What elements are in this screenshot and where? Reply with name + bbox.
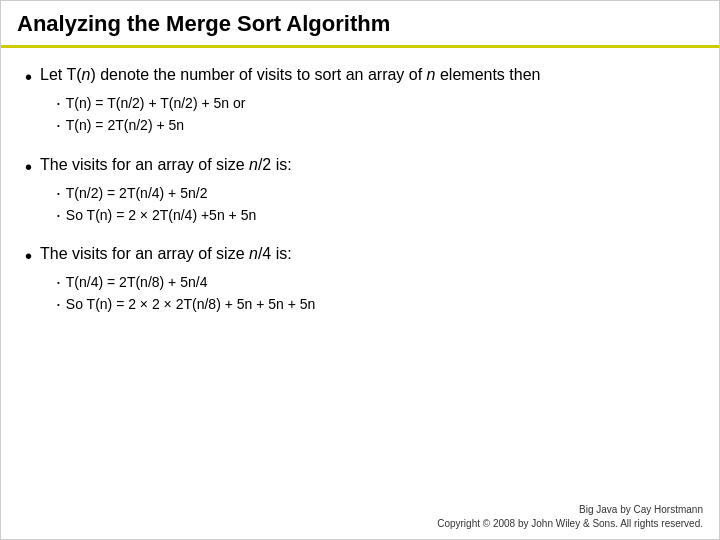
main-bullet-1: • Let T(n) denote the number of visits t… [25,64,695,89]
sub-bullet-2-1: • T(n/2) = 2T(n/4) + 5n/2 [57,183,695,203]
bullet-section-2: • The visits for an array of size n/2 is… [25,154,695,226]
sub-bullet-dot-2-2: • [57,210,60,222]
slide-footer: Big Java by Cay Horstmann Copyright © 20… [1,499,719,539]
sub-bullets-3: • T(n/4) = 2T(n/8) + 5n/4 • So T(n) = 2 … [57,272,695,315]
sub-bullet-text-2-2: So T(n) = 2 × 2T(n/4) +5n + 5n [66,205,256,225]
footer-line1: Big Java by Cay Horstmann [17,503,703,517]
slide-container: Analyzing the Merge Sort Algorithm • Let… [0,0,720,540]
main-bullet-text-2: The visits for an array of size n/2 is: [40,154,292,176]
sub-bullet-text-3-2: So T(n) = 2 × 2 × 2T(n/8) + 5n + 5n + 5n [66,294,316,314]
slide-title: Analyzing the Merge Sort Algorithm [17,11,390,36]
main-bullet-3: • The visits for an array of size n/4 is… [25,243,695,268]
sub-bullet-dot-2-1: • [57,188,60,200]
sub-bullet-1-1: • T(n) = T(n/2) + T(n/2) + 5n or [57,93,695,113]
main-bullet-text-3: The visits for an array of size n/4 is: [40,243,292,265]
main-bullet-text-1: Let T(n) denote the number of visits to … [40,64,540,86]
sub-bullet-dot-1-2: • [57,120,60,132]
sub-bullet-dot-3-1: • [57,277,60,289]
main-bullet-2: • The visits for an array of size n/2 is… [25,154,695,179]
sub-bullet-text-1-1: T(n) = T(n/2) + T(n/2) + 5n or [66,93,246,113]
sub-bullet-dot-3-2: • [57,299,60,311]
sub-bullets-1: • T(n) = T(n/2) + T(n/2) + 5n or • T(n) … [57,93,695,136]
sub-bullet-dot-1-1: • [57,98,60,110]
slide-header: Analyzing the Merge Sort Algorithm [1,1,719,48]
bullet-section-3: • The visits for an array of size n/4 is… [25,243,695,315]
sub-bullet-3-2: • So T(n) = 2 × 2 × 2T(n/8) + 5n + 5n + … [57,294,695,314]
sub-bullet-text-2-1: T(n/2) = 2T(n/4) + 5n/2 [66,183,208,203]
sub-bullet-1-2: • T(n) = 2T(n/2) + 5n [57,115,695,135]
sub-bullet-2-2: • So T(n) = 2 × 2T(n/4) +5n + 5n [57,205,695,225]
sub-bullets-2: • T(n/2) = 2T(n/4) + 5n/2 • So T(n) = 2 … [57,183,695,226]
sub-bullet-text-1-2: T(n) = 2T(n/2) + 5n [66,115,184,135]
sub-bullet-text-3-1: T(n/4) = 2T(n/8) + 5n/4 [66,272,208,292]
bullet-dot-1: • [25,65,32,89]
slide-content: • Let T(n) denote the number of visits t… [1,48,719,499]
bullet-dot-2: • [25,155,32,179]
sub-bullet-3-1: • T(n/4) = 2T(n/8) + 5n/4 [57,272,695,292]
bullet-section-1: • Let T(n) denote the number of visits t… [25,64,695,136]
footer-line2: Copyright © 2008 by John Wiley & Sons. A… [17,517,703,531]
bullet-dot-3: • [25,244,32,268]
